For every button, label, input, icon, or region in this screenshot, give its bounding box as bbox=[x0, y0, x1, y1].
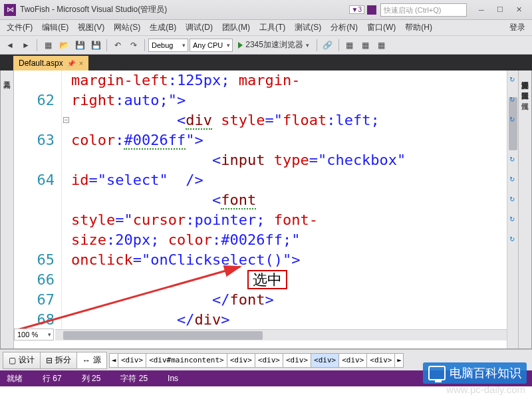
open-file-icon[interactable]: 📂 bbox=[57, 38, 71, 53]
breadcrumb-item[interactable]: <div> bbox=[366, 353, 395, 368]
menu-debug[interactable]: 调试(D) bbox=[182, 21, 217, 35]
refresh-icon[interactable]: ↻ bbox=[507, 214, 517, 223]
split-view-button[interactable]: ⊟拆分 bbox=[40, 352, 77, 369]
vs-logo-icon: ⋈ bbox=[4, 4, 16, 16]
run-label: 2345加速浏览器 bbox=[245, 39, 303, 51]
vertical-scrollbar[interactable]: ↻ ↻ ↻ ↻ ↻ ↻ ↻ ↻ bbox=[507, 70, 518, 348]
run-button[interactable]: 2345加速浏览器 ▾ bbox=[234, 39, 313, 52]
save-icon[interactable]: 💾 bbox=[72, 38, 87, 53]
line-number bbox=[14, 70, 55, 90]
collapse-icon[interactable] bbox=[63, 117, 69, 123]
browser-link-icon[interactable]: 🔗 bbox=[321, 38, 335, 53]
menu-file[interactable]: 文件(F) bbox=[3, 21, 37, 35]
nav-back-icon[interactable]: ◄ bbox=[3, 38, 17, 53]
maximize-button[interactable]: ☐ bbox=[491, 3, 509, 17]
menu-tools[interactable]: 工具(T) bbox=[255, 21, 289, 35]
refresh-icon[interactable]: ↻ bbox=[507, 74, 517, 84]
solution-explorer-tab[interactable]: 解决方案资源管理器 bbox=[520, 73, 530, 78]
line-number: 64 bbox=[14, 170, 55, 190]
breadcrumb-next-icon[interactable]: ► bbox=[394, 353, 404, 368]
separator bbox=[144, 39, 145, 51]
outlining-margin[interactable] bbox=[62, 70, 71, 329]
menubar: 文件(F) 编辑(E) 视图(V) 网站(S) 生成(B) 调试(D) 团队(M… bbox=[0, 20, 532, 36]
play-icon bbox=[238, 42, 243, 49]
minimize-button[interactable]: ─ bbox=[472, 3, 491, 17]
scrollbar-thumb[interactable] bbox=[509, 97, 517, 150]
redo-icon[interactable]: ↷ bbox=[126, 38, 141, 53]
code-area[interactable]: 62 63 64 65 66 67 68 69 margin-left:125p… bbox=[14, 70, 507, 329]
menu-test[interactable]: 测试(S) bbox=[291, 21, 325, 35]
line-number bbox=[14, 210, 55, 230]
quick-launch-input[interactable]: 快速启动 (Ctrl+Q) bbox=[380, 3, 467, 17]
nav-fwd-icon[interactable]: ► bbox=[19, 38, 33, 53]
line-number bbox=[14, 190, 55, 210]
line-number: 67 bbox=[14, 290, 55, 310]
refresh-icon[interactable]: ↻ bbox=[507, 174, 517, 184]
breadcrumb-item[interactable]: <div#maincontent> bbox=[146, 353, 227, 368]
menu-build[interactable]: 生成(B) bbox=[146, 21, 180, 35]
menu-website[interactable]: 网站(S) bbox=[110, 21, 144, 35]
undo-icon[interactable]: ↶ bbox=[110, 38, 125, 53]
config-dropdown[interactable]: Debug bbox=[148, 39, 188, 52]
notification-badge[interactable]: ▼3 bbox=[349, 5, 364, 14]
horizontal-scrollbar[interactable] bbox=[55, 329, 507, 340]
line-number: 65 bbox=[14, 250, 55, 270]
toolbox-panel-tab[interactable]: 工具箱 bbox=[1, 70, 14, 348]
separator bbox=[37, 39, 37, 51]
toolbar-icon[interactable]: ▦ bbox=[342, 38, 357, 53]
statusbar: 就绪 行 67 列 25 字符 25 Ins bbox=[0, 370, 532, 386]
toolbar-icon[interactable]: ▦ bbox=[374, 38, 389, 53]
platform-dropdown[interactable]: Any CPU bbox=[190, 39, 233, 52]
menu-view[interactable]: 视图(V) bbox=[74, 21, 108, 35]
pin-icon[interactable]: 📌 bbox=[67, 60, 75, 67]
design-view-button[interactable]: ▢设计 bbox=[3, 352, 41, 369]
zoom-dropdown[interactable]: 100 % bbox=[14, 329, 54, 340]
tab-label: Default.aspx bbox=[19, 59, 63, 68]
properties-tab[interactable]: 属性 bbox=[520, 94, 530, 100]
breadcrumb-item[interactable]: <div> bbox=[283, 353, 311, 368]
close-button[interactable]: ✕ bbox=[509, 3, 528, 17]
line-number bbox=[14, 230, 55, 250]
refresh-icon[interactable]: ↻ bbox=[507, 94, 517, 104]
feedback-icon[interactable] bbox=[367, 5, 376, 15]
tab-close-icon[interactable]: × bbox=[79, 59, 83, 67]
breadcrumb-item[interactable]: <div> bbox=[227, 353, 255, 368]
separator bbox=[317, 39, 317, 51]
source-view-button[interactable]: ↔源 bbox=[76, 352, 107, 369]
menu-window[interactable]: 窗口(W) bbox=[363, 21, 400, 35]
separator bbox=[338, 39, 339, 51]
window-title: TwoFish - Microsoft Visual Studio(管理员) bbox=[20, 4, 167, 15]
menu-analyze[interactable]: 分析(N) bbox=[327, 21, 362, 35]
team-explorer-tab[interactable]: 团队资源管理器 bbox=[520, 84, 530, 89]
editor: 工具箱 解决方案资源管理器 团队资源管理器 属性 ↻ ↻ ↻ ↻ ↻ ↻ ↻ ↻… bbox=[0, 70, 532, 349]
line-number: 62 bbox=[14, 90, 55, 110]
status-ready: 就绪 bbox=[7, 373, 23, 384]
breadcrumb-item[interactable]: <div> bbox=[338, 353, 367, 368]
tab-default-aspx[interactable]: Default.aspx 📌 × bbox=[13, 56, 88, 70]
document-tabs: Default.aspx 📌 × bbox=[0, 55, 532, 70]
refresh-icon[interactable]: ↻ bbox=[507, 234, 517, 243]
line-number bbox=[14, 110, 55, 130]
breadcrumb-item[interactable]: <div> bbox=[255, 353, 283, 368]
status-char: 字符 25 bbox=[120, 373, 148, 384]
breadcrumb-item[interactable]: <div> bbox=[118, 353, 146, 368]
refresh-icon[interactable]: ↻ bbox=[507, 114, 517, 124]
menu-team[interactable]: 团队(M) bbox=[218, 21, 254, 35]
refresh-icon[interactable]: ↻ bbox=[507, 194, 517, 203]
login-link[interactable]: 登录 bbox=[505, 21, 529, 35]
new-project-icon[interactable]: ▦ bbox=[41, 38, 55, 53]
menu-edit[interactable]: 编辑(E) bbox=[38, 21, 72, 35]
line-number-gutter: 62 63 64 65 66 67 68 69 bbox=[14, 70, 62, 329]
status-ins: Ins bbox=[168, 374, 178, 383]
breadcrumb-prev-icon[interactable]: ◄ bbox=[109, 353, 118, 368]
scrollbar-thumb[interactable] bbox=[63, 331, 263, 340]
toolbar-icon[interactable]: ▦ bbox=[358, 38, 373, 53]
line-number: 66 bbox=[14, 270, 55, 290]
breadcrumb-item[interactable]: <div> bbox=[311, 353, 339, 368]
separator bbox=[106, 39, 107, 51]
refresh-icon[interactable]: ↻ bbox=[507, 154, 517, 164]
menu-help[interactable]: 帮助(H) bbox=[401, 21, 436, 35]
titlebar: ⋈ TwoFish - Microsoft Visual Studio(管理员)… bbox=[0, 0, 532, 20]
code-text[interactable]: margin-left:125px; margin- right:auto;">… bbox=[71, 70, 507, 329]
save-all-icon[interactable]: 💾 bbox=[88, 38, 103, 53]
